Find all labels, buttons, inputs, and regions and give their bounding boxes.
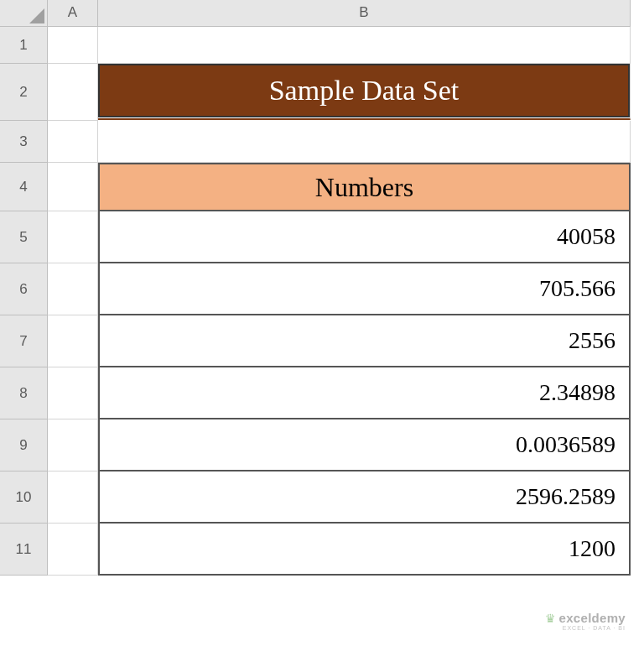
data-cell[interactable]: 0.0036589 — [98, 419, 631, 471]
data-cell[interactable]: 705.566 — [98, 263, 631, 315]
cell-A2[interactable] — [48, 64, 98, 121]
title-cell[interactable]: Sample Data Set — [98, 64, 631, 121]
data-value: 2.34898 — [539, 379, 615, 406]
table-header-text: Numbers — [315, 172, 413, 203]
data-value: 2596.2589 — [516, 483, 615, 510]
watermark-tagline: EXCEL · DATA · BI — [545, 625, 626, 631]
row-header-2[interactable]: 2 — [0, 64, 48, 121]
data-cell[interactable]: 2596.2589 — [98, 471, 631, 524]
cell-A9[interactable] — [48, 419, 98, 471]
row-header-4[interactable]: 4 — [0, 163, 48, 211]
data-cell[interactable]: 2556 — [98, 315, 631, 367]
grid-body: 1 2 Sample Data Set 3 4 Numbers 5 40058 … — [0, 27, 644, 576]
data-cell[interactable]: 40058 — [98, 211, 631, 263]
cell-A10[interactable] — [48, 471, 98, 524]
data-value: 1200 — [569, 535, 615, 562]
cell-A1[interactable] — [48, 27, 98, 64]
data-cell[interactable]: 1200 — [98, 524, 631, 576]
data-cell[interactable]: 2.34898 — [98, 367, 631, 419]
cell-B1[interactable] — [98, 27, 631, 64]
data-value: 0.0036589 — [516, 431, 615, 458]
data-value: 2556 — [569, 327, 615, 354]
select-all-corner[interactable] — [0, 0, 48, 27]
row-header-11[interactable]: 11 — [0, 524, 48, 576]
column-headers-row: A B — [0, 0, 644, 27]
data-value: 40058 — [557, 223, 615, 250]
cell-A3[interactable] — [48, 121, 98, 163]
cell-A4[interactable] — [48, 163, 98, 211]
cell-A8[interactable] — [48, 367, 98, 419]
row-header-10[interactable]: 10 — [0, 471, 48, 524]
row-header-7[interactable]: 7 — [0, 315, 48, 367]
cell-A7[interactable] — [48, 315, 98, 367]
col-header-A[interactable]: A — [48, 0, 98, 27]
cell-B3[interactable] — [98, 121, 631, 163]
table-header-cell[interactable]: Numbers — [98, 163, 631, 211]
watermark: ♛ exceldemy EXCEL · DATA · BI — [545, 611, 626, 631]
row-header-8[interactable]: 8 — [0, 367, 48, 419]
cell-A5[interactable] — [48, 211, 98, 263]
row-header-6[interactable]: 6 — [0, 263, 48, 315]
title-text: Sample Data Set — [269, 75, 460, 107]
cell-A6[interactable] — [48, 263, 98, 315]
row-header-1[interactable]: 1 — [0, 27, 48, 64]
crown-icon: ♛ — [545, 612, 556, 625]
col-header-B[interactable]: B — [98, 0, 631, 27]
row-header-3[interactable]: 3 — [0, 121, 48, 163]
cell-A11[interactable] — [48, 524, 98, 576]
row-header-9[interactable]: 9 — [0, 419, 48, 471]
watermark-brand: exceldemy — [559, 611, 626, 625]
data-value: 705.566 — [539, 275, 615, 302]
row-header-5[interactable]: 5 — [0, 211, 48, 263]
